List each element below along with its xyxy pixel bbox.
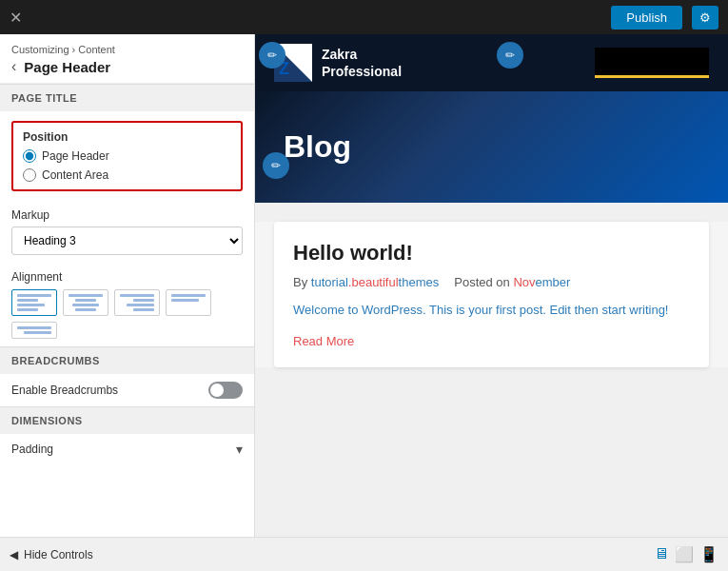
- content-area: Hello world! By tutorial.beautifulthemes…: [255, 222, 728, 367]
- position-content-area-radio[interactable]: [23, 168, 36, 182]
- position-page-header-radio[interactable]: [23, 149, 36, 163]
- pencil-icon-2: ✏: [505, 49, 515, 62]
- markup-label: Markup: [11, 208, 243, 222]
- author-themes-link[interactable]: themes: [399, 275, 440, 289]
- breadcrumb: Customizing › Content: [11, 44, 243, 55]
- logo-text: Zakra Professional: [322, 46, 402, 80]
- align-option4-button[interactable]: [166, 289, 211, 316]
- post-meta-posted: Posted on November: [454, 275, 570, 289]
- month-ember: ember: [536, 275, 571, 289]
- hero-section: Blog: [255, 91, 728, 203]
- panel-header: Customizing › Content ‹ Page Header: [0, 34, 254, 84]
- post-meta-by: By tutorial.beautifulthemes: [293, 275, 439, 289]
- logo-area: Z Zakra Professional: [274, 44, 402, 82]
- padding-label: Padding: [11, 443, 53, 456]
- dimensions-section-header: DIMENSIONS: [0, 406, 254, 434]
- breadcrumb-root[interactable]: Customizing: [11, 44, 69, 55]
- align-center-button[interactable]: [63, 289, 108, 316]
- panel-title: Page Header: [24, 59, 110, 75]
- enable-breadcrumbs-label: Enable Breadcrumbs: [11, 384, 118, 397]
- pencil-icon-3: ✏: [271, 159, 281, 172]
- right-preview: ✏ ✏ Z Zakra Professional: [255, 34, 728, 537]
- site-header: Z Zakra Professional: [255, 34, 728, 91]
- edit-pencil-nav[interactable]: ✏: [497, 42, 523, 69]
- position-box: Position Page Header Content Area: [11, 121, 243, 191]
- padding-row: Padding ▾: [0, 434, 254, 464]
- breadcrumb-separator: ›: [72, 44, 76, 55]
- top-bar: ✕ Publish ⚙: [0, 0, 728, 34]
- post-excerpt: Welcome to WordPress. This is your first…: [293, 301, 690, 321]
- post-card: Hello world! By tutorial.beautifulthemes…: [274, 222, 709, 367]
- back-button[interactable]: ‹: [11, 58, 16, 75]
- hide-controls-button[interactable]: ◀ Hide Controls: [10, 548, 93, 561]
- position-page-header-label: Page Header: [42, 149, 109, 163]
- hide-controls-label: Hide Controls: [24, 548, 93, 561]
- breadcrumb-child: Content: [78, 44, 115, 55]
- read-more-link[interactable]: Read More: [293, 334, 354, 348]
- panel-title-row: ‹ Page Header: [11, 58, 243, 75]
- align-option5-button[interactable]: [11, 322, 57, 339]
- author-tutorial-link[interactable]: tutorial: [311, 275, 348, 289]
- page-title-section-header: PAGE TITLE: [0, 84, 254, 111]
- bottom-bar: ◀ Hide Controls 🖥 ⬜ 📱: [0, 537, 728, 571]
- post-title: Hello world!: [293, 241, 690, 266]
- alignment-label: Alignment: [11, 270, 243, 284]
- author-beautiful-link2[interactable]: beautiful: [351, 275, 398, 289]
- position-label: Position: [23, 130, 231, 144]
- position-content-area-option[interactable]: Content Area: [23, 168, 231, 182]
- edit-pencil-hero[interactable]: ✏: [263, 152, 289, 179]
- edit-pencil-header[interactable]: ✏: [259, 42, 285, 69]
- alignment-section: Alignment: [0, 263, 254, 346]
- left-panel: Customizing › Content ‹ Page Header PAGE…: [0, 34, 255, 537]
- desktop-view-button[interactable]: 🖥: [654, 545, 669, 563]
- markup-select[interactable]: Heading 1 Heading 2 Heading 3 Heading 4 …: [11, 226, 243, 255]
- alignment-options: [11, 289, 243, 339]
- breadcrumbs-section-header: BREADCRUMBS: [0, 346, 254, 374]
- nav-placeholder: [595, 48, 709, 78]
- position-content-area-label: Content Area: [42, 168, 108, 182]
- position-page-header-option[interactable]: Page Header: [23, 149, 231, 163]
- post-meta: By tutorial.beautifulthemes Posted on No…: [293, 275, 690, 289]
- main-layout: Customizing › Content ‹ Page Header PAGE…: [0, 34, 728, 537]
- mobile-view-button[interactable]: 📱: [699, 545, 718, 563]
- align-left-button[interactable]: [11, 289, 57, 316]
- close-button[interactable]: ✕: [10, 9, 22, 27]
- enable-breadcrumbs-toggle[interactable]: [208, 382, 243, 399]
- publish-button[interactable]: Publish: [611, 6, 682, 30]
- tablet-view-button[interactable]: ⬜: [675, 545, 694, 563]
- month-nov: Nov: [513, 275, 535, 289]
- pencil-icon: ✏: [267, 49, 277, 62]
- markup-field-row: Markup Heading 1 Heading 2 Heading 3 Hea…: [0, 201, 254, 263]
- hide-controls-icon: ◀: [10, 548, 18, 561]
- align-right-button[interactable]: [114, 289, 160, 316]
- settings-gear-button[interactable]: ⚙: [692, 6, 718, 30]
- padding-expand-icon[interactable]: ▾: [236, 442, 243, 457]
- hero-title: Blog: [284, 129, 699, 165]
- breadcrumbs-row: Enable Breadcrumbs: [0, 374, 254, 406]
- device-icons: 🖥 ⬜ 📱: [654, 545, 718, 563]
- toggle-slider: [208, 382, 243, 399]
